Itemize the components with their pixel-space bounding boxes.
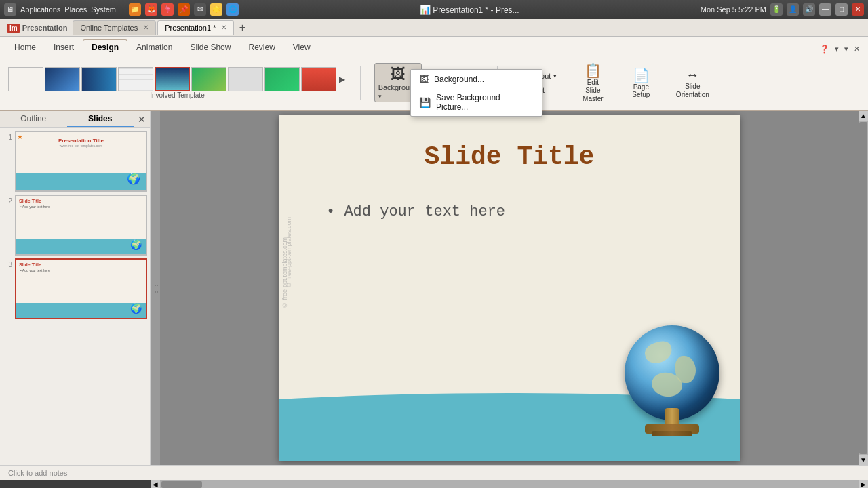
- notes-placeholder: Click to add notes: [8, 469, 67, 477]
- involved-template-label: Involved Template: [144, 92, 210, 99]
- close-pres-tab[interactable]: ✕: [221, 24, 226, 31]
- template-thumb-1[interactable]: [8, 67, 43, 92]
- taskbar-icon-4[interactable]: 📌: [178, 3, 190, 16]
- document-tab-bar: Im Presentation Online Templates ✕ Prese…: [0, 19, 868, 37]
- templates-scroll-right[interactable]: ▶: [338, 75, 347, 84]
- title-bar-left: 🖥 Applications Places System 📁 🦊 🦩 📌 ✉ 🌟…: [4, 3, 239, 16]
- horizontal-scrollbar[interactable]: ◀ ▶: [151, 480, 868, 488]
- slide-thumb-container-2: 2 Slide Title • Add your text here 🌍: [3, 195, 147, 256]
- notes-bar[interactable]: Click to add notes: [0, 465, 868, 480]
- page-setup-button[interactable]: 📄 Page Setup: [624, 64, 658, 101]
- edit-master-icon: 📋: [585, 62, 601, 79]
- globe-base-foot: [652, 431, 692, 436]
- tab-animation[interactable]: Animation: [127, 39, 181, 56]
- ribbon-help[interactable]: ❓: [817, 43, 832, 56]
- dropdown-background[interactable]: 🖼 Background...: [411, 70, 542, 89]
- slide3-title: Slide Title: [16, 260, 146, 268]
- sidebar-tab-slides[interactable]: Slides: [67, 111, 134, 127]
- tab-presentation1[interactable]: Presentation1 * ✕: [157, 20, 234, 35]
- slide2-bullet: • Add your text here: [16, 205, 146, 209]
- taskbar-icon-3[interactable]: 🦩: [161, 3, 174, 16]
- h-scroll-thumb[interactable]: [161, 481, 202, 488]
- slide-thumb-2[interactable]: Slide Title • Add your text here 🌍: [15, 195, 147, 256]
- slide-canvas: © free-ppt-templates.com © free-ppt-temp…: [279, 115, 740, 461]
- dropdown-save-label: Save Background Picture...: [436, 93, 534, 112]
- template-thumb-8[interactable]: [264, 67, 300, 92]
- slide2-title: Slide Title: [16, 196, 146, 205]
- window-title: 📊 Presentation1 * - Pres...: [239, 5, 701, 15]
- template-thumb-2[interactable]: [45, 67, 80, 92]
- globe-container: [618, 325, 726, 441]
- template-thumb-9[interactable]: [301, 67, 336, 92]
- scroll-down-arrow[interactable]: ▼: [859, 455, 868, 465]
- tab-view[interactable]: View: [284, 39, 319, 56]
- tab-online-templates[interactable]: Online Templates ✕: [73, 20, 156, 35]
- slide-number-1: 1: [3, 131, 12, 141]
- vertical-scrollbar[interactable]: ▲ ▼: [859, 111, 868, 465]
- sidebar-close-button[interactable]: ✕: [134, 111, 150, 127]
- scroll-left-arrow[interactable]: ◀: [151, 480, 160, 488]
- tab-design[interactable]: Design: [83, 39, 127, 56]
- title-bar-right: Mon Sep 5 5:22 PM 🔋 👤 🔊 — □ ✕: [701, 3, 864, 16]
- layout-arrow: ▾: [553, 73, 557, 79]
- watermark-text: © free-ppt-templates.com: [285, 217, 292, 288]
- slide-number-3: 3: [3, 258, 12, 268]
- template-thumb-4[interactable]: [118, 67, 153, 92]
- slide-main-title[interactable]: Slide Title: [319, 142, 699, 171]
- slide-thumb-container-3: 3 Slide Title • Add your text here 🌍: [3, 258, 147, 319]
- tab-home[interactable]: Home: [5, 39, 45, 56]
- slide-thumb-3[interactable]: Slide Title • Add your text here 🌍: [15, 258, 147, 319]
- tab-slideshow[interactable]: Slide Show: [181, 39, 239, 56]
- page-setup-label: Page Setup: [630, 83, 652, 98]
- slide1-url: www.free-ppt-templates.com: [16, 144, 146, 148]
- ribbon-more[interactable]: ▾: [832, 43, 842, 56]
- taskbar-icon-5[interactable]: ✉: [194, 3, 206, 16]
- taskbar-icon-2[interactable]: 🦊: [145, 3, 157, 16]
- slide-orientation-button[interactable]: ↔ Slide Orientation: [669, 64, 716, 102]
- places-menu[interactable]: Places: [64, 5, 87, 14]
- tab-label-online: Online Templates: [80, 24, 138, 32]
- applications-menu[interactable]: Applications: [20, 5, 60, 14]
- ribbon-collapse[interactable]: ▾: [842, 43, 851, 56]
- ribbon-divider-1: [360, 66, 361, 100]
- slide-body[interactable]: • Add your text here: [326, 203, 505, 220]
- add-tab-button[interactable]: +: [235, 21, 249, 35]
- ribbon-close-icon[interactable]: ✕: [851, 43, 863, 56]
- scroll-right-arrow[interactable]: ▶: [859, 480, 868, 488]
- template-thumb-5[interactable]: [155, 67, 190, 92]
- ribbon-tabs: Home Insert Design Animation Slide Show …: [5, 39, 863, 56]
- slide2-globe: 🌍: [130, 239, 142, 250]
- globe-sphere: [625, 325, 719, 420]
- main-layout: Outline Slides ✕ 1 ★ Presentation Title …: [0, 111, 868, 465]
- taskbar-icon-7[interactable]: 🌐: [226, 3, 239, 16]
- slide-orientation-icon: ↔: [686, 67, 699, 83]
- page-setup-icon: 📄: [633, 67, 650, 83]
- taskbar-icon-6[interactable]: 🌟: [210, 3, 222, 16]
- tab-insert[interactable]: Insert: [45, 39, 83, 56]
- slide-thumb-1[interactable]: ★ Presentation Title www.free-ppt-templa…: [15, 131, 147, 192]
- window-maximize[interactable]: □: [835, 3, 848, 16]
- tab-review[interactable]: Review: [239, 39, 283, 56]
- sidebar-tab-outline[interactable]: Outline: [0, 111, 67, 127]
- scroll-up-arrow[interactable]: ▲: [859, 111, 868, 121]
- template-thumb-7[interactable]: [228, 67, 263, 92]
- slide3-bullet: • Add your text here: [16, 268, 146, 272]
- window-minimize[interactable]: —: [819, 3, 831, 16]
- dropdown-save-background[interactable]: 💾 Save Background Picture...: [411, 89, 542, 116]
- window-title-text: Presentation1 * - Pres...: [433, 5, 519, 15]
- taskbar-icon-1[interactable]: 📁: [129, 3, 141, 16]
- user-icon: 👤: [787, 3, 799, 16]
- template-thumb-3[interactable]: [81, 67, 117, 92]
- star-icon-1: ★: [17, 133, 23, 140]
- system-menu[interactable]: System: [91, 5, 116, 14]
- template-thumb-6[interactable]: [191, 67, 226, 92]
- left-panel-handle[interactable]: ⋮⋮: [151, 111, 160, 465]
- window-close[interactable]: ✕: [852, 3, 864, 16]
- slide-thumb-container-1: 1 ★ Presentation Title www.free-ppt-temp…: [3, 131, 147, 192]
- close-online-tab[interactable]: ✕: [143, 24, 149, 31]
- scroll-thumb[interactable]: [859, 122, 867, 454]
- sidebar-tabs: Outline Slides ✕: [0, 111, 150, 128]
- slide-number-2: 2: [3, 195, 12, 205]
- slide1-title: Presentation Title: [16, 132, 146, 144]
- edit-slide-master-button[interactable]: 📋 Edit Slide Master: [572, 60, 613, 106]
